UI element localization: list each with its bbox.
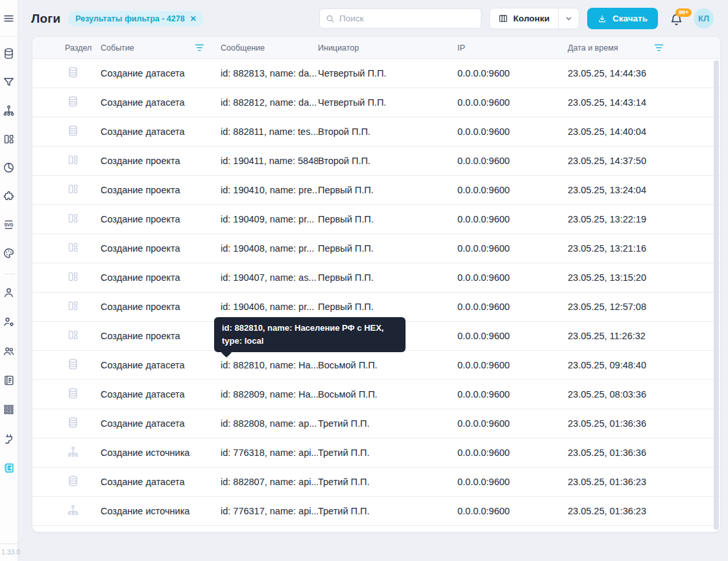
columns-icon (498, 14, 508, 23)
apps-grid-icon (3, 403, 15, 418)
datetime-cell: 23.05.25, 13:21:16 (568, 243, 720, 254)
table-row[interactable]: Создание датасета id: 882810, name: На..… (32, 351, 720, 380)
sidebar-divider (3, 274, 15, 274)
sidebar-item-svg-editor[interactable]: SVG (0, 211, 18, 240)
sidebar-group-bottom (0, 280, 18, 484)
sidebar-item-users[interactable] (0, 338, 18, 367)
event-cell: Создание проекта (101, 331, 221, 341)
event-cell: Создание проекта (101, 272, 221, 283)
sidebar-item-datasets[interactable] (0, 40, 18, 69)
table-row[interactable]: Создание источника id: 776317, name: api… (32, 497, 720, 526)
initiator-cell: Восьмой П.П. (318, 360, 457, 370)
table-row[interactable]: Создание датасета id: 882807, name: api.… (32, 468, 720, 497)
columns-dropdown-toggle[interactable] (558, 8, 579, 29)
table-row[interactable]: Создание датасета id: 882813, name: da..… (32, 59, 720, 88)
event-filter-icon[interactable] (195, 43, 204, 52)
source-icon (67, 504, 79, 518)
table-row[interactable] (32, 526, 720, 532)
table-row[interactable]: Создание проекта id: 190411, name: 5848 … (32, 147, 720, 176)
ip-cell: 0.0.0.0:9600 (457, 418, 568, 429)
table-row[interactable]: Создание проекта id: 190410, name: pre..… (32, 176, 720, 205)
sidebar-item-sources[interactable] (0, 97, 18, 126)
column-header-ip[interactable]: IP (457, 43, 568, 53)
svg-editor-icon: SVG (3, 219, 15, 233)
sidebar-item-logs[interactable] (0, 455, 18, 484)
app-version: 1.33.0 (0, 543, 18, 561)
column-header-event[interactable]: Событие (101, 43, 221, 53)
logs-table-card: Раздел Событие Сообщение Инициатор IP Да… (32, 37, 720, 532)
dataset-icon (67, 358, 79, 372)
topbar: Логи Результаты фильтра - 4278 ✕ Колонки (18, 0, 728, 37)
column-header-section[interactable]: Раздел (32, 43, 101, 53)
event-cell: Создание датасета (101, 126, 221, 137)
table-row[interactable]: Создание проекта id: 190407, name: as...… (32, 263, 720, 292)
sidebar-item-palette[interactable] (0, 240, 18, 269)
project-icon (67, 241, 79, 256)
message-cell: id: 882811, name: tes... (221, 126, 318, 137)
sidebar-item-charts[interactable] (0, 154, 18, 183)
sidebar-item-projects[interactable] (0, 126, 18, 154)
column-header-datetime[interactable]: Дата и время (568, 43, 720, 53)
initiator-cell: Первый П.П. (318, 302, 457, 312)
event-cell: Создание проекта (101, 156, 221, 166)
notifications-button[interactable]: 99+ (670, 10, 685, 27)
svg-text:SVG: SVG (4, 222, 13, 226)
initiator-cell: Первый П.П. (318, 272, 457, 283)
columns-button-label: Колонки (513, 14, 550, 23)
sidebar-item-user-settings[interactable] (0, 309, 18, 338)
datetime-cell: 23.05.25, 13:15:20 (568, 272, 720, 283)
ip-cell: 0.0.0.0:9600 (457, 214, 568, 224)
event-cell: Создание источника (101, 506, 221, 516)
sidebar-item-filters[interactable] (0, 69, 18, 97)
table-scrollbar[interactable] (714, 60, 719, 530)
table-row[interactable]: Создание датасета id: 882808, name: ap..… (32, 409, 720, 438)
table-body: Создание датасета id: 882813, name: da..… (32, 59, 720, 532)
sidebar-item-user[interactable] (0, 280, 18, 309)
column-header-initiator[interactable]: Инициатор (318, 43, 457, 53)
search-input[interactable] (339, 14, 475, 23)
menu-icon[interactable] (0, 8, 18, 28)
datetime-cell: 23.05.25, 01:36:23 (568, 477, 720, 487)
ip-cell: 0.0.0.0:9600 (457, 448, 568, 458)
datetime-cell: 23.05.25, 14:40:04 (568, 126, 720, 137)
ip-cell: 0.0.0.0:9600 (457, 477, 568, 487)
sources-sitemap-icon (3, 104, 15, 119)
table-row[interactable]: Создание проекта id: 190408, name: pr...… (32, 234, 720, 263)
datetime-cell: 23.05.25, 13:22:19 (568, 214, 720, 224)
sidebar-item-journal[interactable] (0, 367, 18, 396)
ip-cell: 0.0.0.0:9600 (457, 360, 568, 370)
project-icon (67, 329, 79, 343)
message-cell: id: 882808, name: ap... (221, 418, 318, 429)
table-row[interactable]: Создание источника id: 776318, name: api… (32, 438, 720, 468)
table-row[interactable]: Создание датасета id: 882809, name: На..… (32, 380, 720, 409)
event-cell: Создание датасета (101, 68, 221, 78)
sidebar-item-apps[interactable] (0, 396, 18, 425)
message-cell: id: 190411, name: 5848 (221, 156, 318, 166)
datetime-filter-icon[interactable] (654, 43, 664, 52)
avatar[interactable]: КЛ (694, 8, 714, 29)
datetime-cell: 23.05.25, 08:03:36 (568, 389, 720, 400)
table-row[interactable]: Создание датасета id: 882812, name: da..… (32, 88, 720, 117)
sidebar-item-connectors[interactable] (0, 425, 18, 455)
table-row[interactable]: Создание датасета id: 882811, name: tes.… (32, 117, 720, 147)
ip-cell: 0.0.0.0:9600 (457, 126, 568, 137)
journal-icon (3, 374, 15, 389)
initiator-cell: Первый П.П. (318, 243, 457, 254)
column-header-message[interactable]: Сообщение (221, 43, 318, 53)
sidebar-group-top: SVG (0, 37, 18, 269)
download-button[interactable]: Скачать (587, 8, 658, 29)
project-icon (67, 270, 79, 285)
initiator-cell: Третий П.П. (318, 477, 457, 487)
initiator-cell: Третий П.П. (318, 506, 457, 516)
dataset-icon (67, 66, 79, 80)
sidebar-item-plugins[interactable] (0, 183, 18, 211)
datetime-cell: 23.05.25, 09:48:40 (568, 360, 720, 370)
columns-button[interactable]: Колонки (490, 8, 558, 29)
source-icon (67, 446, 79, 460)
message-cell: id: 882807, name: api... (221, 477, 318, 487)
table-row[interactable]: Создание проекта id: 190409, name: pr...… (32, 205, 720, 234)
dataset-icon (67, 95, 79, 110)
chip-close-icon[interactable]: ✕ (190, 15, 197, 23)
event-cell: Создание датасета (101, 389, 221, 400)
page-title: Логи (31, 12, 60, 26)
